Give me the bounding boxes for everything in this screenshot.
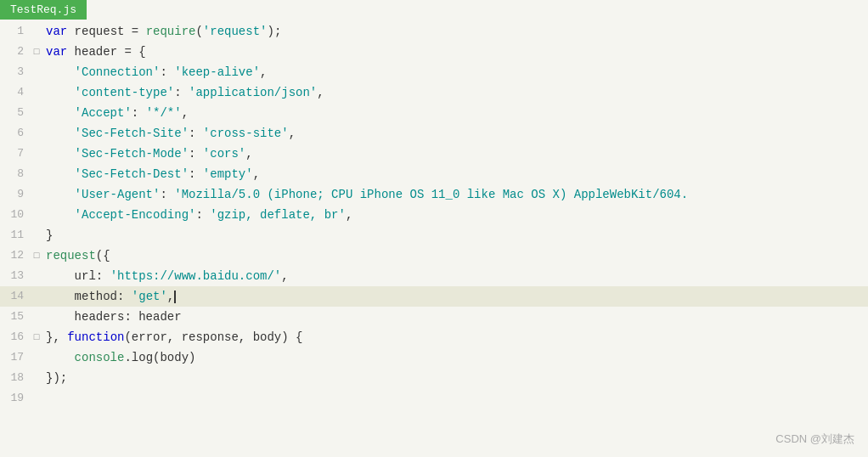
tab-label: TestReq.js bbox=[10, 3, 76, 16]
code-content: var request = require('request'); bbox=[42, 21, 281, 42]
fold-icon bbox=[31, 144, 42, 164]
str-token: 'Connection' bbox=[75, 65, 161, 79]
code-content: 'Accept': '*/*', bbox=[42, 103, 189, 123]
line-number: 15 bbox=[0, 307, 31, 327]
fn-token: require bbox=[146, 25, 196, 38]
code-content: var header = { bbox=[42, 42, 146, 62]
str-token: 'Accept' bbox=[75, 106, 132, 120]
str-token: 'get' bbox=[132, 290, 167, 303]
fold-icon bbox=[31, 205, 42, 225]
fold-icon[interactable]: □ bbox=[31, 327, 42, 347]
code-line: 8 'Sec-Fetch-Dest': 'empty', bbox=[0, 164, 868, 184]
str-token: 'keep-alive' bbox=[174, 65, 260, 79]
str-token: 'Mozilla/5.0 (iPhone; CPU iPhone OS 11_0… bbox=[174, 188, 688, 201]
code-content: url: 'https://www.baidu.com/', bbox=[42, 266, 289, 286]
plain-token: ( bbox=[195, 25, 202, 38]
str-token: 'request' bbox=[203, 25, 268, 38]
code-content: 'content-type': 'application/json', bbox=[42, 82, 324, 103]
code-line: 9 'User-Agent': 'Mozilla/5.0 (iPhone; CP… bbox=[0, 184, 868, 205]
fold-icon bbox=[31, 368, 42, 388]
fold-icon bbox=[31, 266, 42, 286]
code-content: method: 'get', bbox=[42, 286, 176, 307]
fold-icon bbox=[31, 164, 42, 184]
str-token: 'Accept-Encoding' bbox=[75, 208, 196, 222]
code-line: 13 url: 'https://www.baidu.com/', bbox=[0, 266, 868, 286]
code-content: 'Sec-Fetch-Site': 'cross-site', bbox=[42, 123, 296, 144]
fold-icon bbox=[31, 21, 42, 42]
code-line: 3 'Connection': 'keep-alive', bbox=[0, 62, 868, 82]
text-cursor bbox=[174, 291, 176, 303]
plain-token: : bbox=[160, 65, 174, 79]
code-line: 5 'Accept': '*/*', bbox=[0, 103, 868, 123]
str-token: 'cors' bbox=[203, 147, 245, 161]
code-content: } bbox=[42, 225, 53, 245]
plain-token: , bbox=[253, 167, 260, 181]
plain-token: } bbox=[46, 228, 53, 242]
line-number: 2 bbox=[0, 42, 31, 62]
plain-token: request = bbox=[67, 25, 145, 38]
plain-token bbox=[46, 86, 75, 99]
code-line: 17 console.log(body) bbox=[0, 347, 868, 368]
line-number: 5 bbox=[0, 103, 31, 123]
fold-icon[interactable]: □ bbox=[31, 42, 42, 62]
line-number: 19 bbox=[0, 388, 31, 409]
plain-token: : bbox=[189, 147, 203, 161]
tab-bar[interactable]: TestReq.js bbox=[0, 0, 87, 20]
line-number: 6 bbox=[0, 123, 31, 144]
code-content: 'User-Agent': 'Mozilla/5.0 (iPhone; CPU … bbox=[42, 184, 688, 205]
code-content: headers: header bbox=[42, 307, 182, 327]
plain-token: : bbox=[174, 86, 189, 99]
code-line: 12□request({ bbox=[0, 245, 868, 266]
plain-token bbox=[46, 127, 75, 140]
str-token: 'application/json' bbox=[189, 86, 317, 99]
code-line: 10 'Accept-Encoding': 'gzip, deflate, br… bbox=[0, 205, 868, 225]
plain-token: header = { bbox=[67, 45, 145, 59]
line-number: 16 bbox=[0, 327, 31, 347]
line-number: 4 bbox=[0, 82, 31, 103]
line-number: 9 bbox=[0, 184, 31, 205]
str-token: 'content-type' bbox=[75, 86, 175, 99]
code-content: 'Sec-Fetch-Mode': 'cors', bbox=[42, 144, 253, 164]
fold-icon bbox=[31, 388, 42, 409]
code-content: }, function(error, response, body) { bbox=[42, 327, 302, 347]
code-line: 6 'Sec-Fetch-Site': 'cross-site', bbox=[0, 123, 868, 144]
line-number: 14 bbox=[0, 286, 31, 307]
fold-icon bbox=[31, 225, 42, 245]
plain-token bbox=[46, 65, 75, 79]
plain-token: ({ bbox=[96, 249, 110, 262]
plain-token bbox=[46, 351, 75, 364]
plain-token: : bbox=[189, 127, 203, 140]
fold-icon[interactable]: □ bbox=[31, 245, 42, 266]
fold-icon bbox=[31, 286, 42, 307]
plain-token: , bbox=[167, 290, 174, 303]
line-number: 7 bbox=[0, 144, 31, 164]
plain-token: : bbox=[195, 208, 210, 222]
plain-token: method: bbox=[46, 290, 132, 303]
plain-token: , bbox=[317, 86, 324, 99]
fold-icon bbox=[31, 307, 42, 327]
plain-token: , bbox=[289, 127, 296, 140]
code-line: 15 headers: header bbox=[0, 307, 868, 327]
line-number: 3 bbox=[0, 62, 31, 82]
kw-token: function bbox=[67, 330, 124, 344]
code-line: 1var request = require('request'); bbox=[0, 21, 868, 42]
fold-icon bbox=[31, 103, 42, 123]
watermark: CSDN @刘建杰 bbox=[775, 432, 854, 447]
code-line: 2□var header = { bbox=[0, 42, 868, 62]
kw-token: var bbox=[46, 25, 67, 38]
fold-icon bbox=[31, 62, 42, 82]
code-line: 11} bbox=[0, 225, 868, 245]
line-number: 13 bbox=[0, 266, 31, 286]
str-token: 'gzip, deflate, br' bbox=[210, 208, 346, 222]
plain-token: , bbox=[182, 106, 189, 120]
plain-token bbox=[46, 167, 75, 181]
code-content: 'Sec-Fetch-Dest': 'empty', bbox=[42, 164, 260, 184]
code-line: 18}); bbox=[0, 368, 868, 388]
line-number: 18 bbox=[0, 368, 31, 388]
plain-token bbox=[46, 106, 75, 120]
fold-icon bbox=[31, 82, 42, 103]
line-number: 12 bbox=[0, 245, 31, 266]
code-line: 4 'content-type': 'application/json', bbox=[0, 82, 868, 103]
code-content: 'Accept-Encoding': 'gzip, deflate, br', bbox=[42, 205, 352, 225]
str-token: 'User-Agent' bbox=[75, 188, 161, 201]
